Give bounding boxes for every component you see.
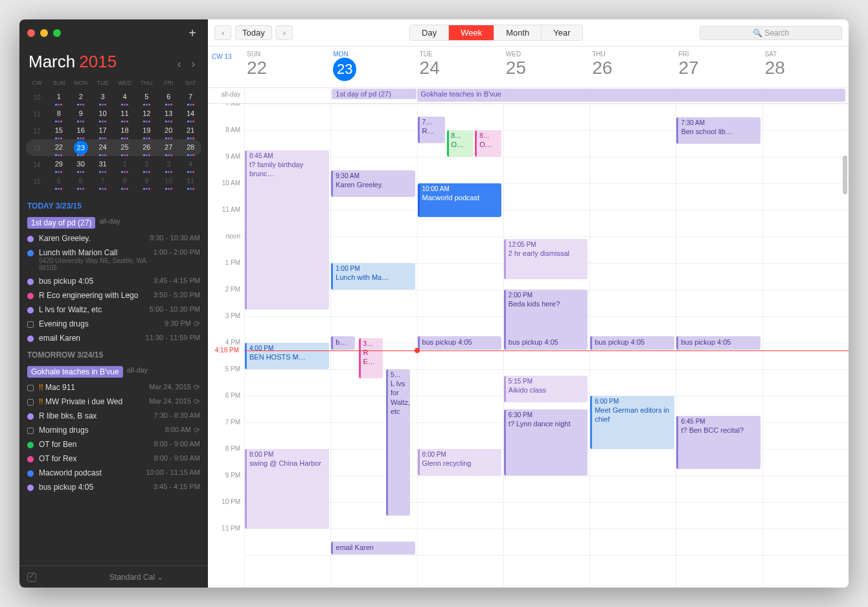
mini-cal-day[interactable]: 12 bbox=[135, 106, 157, 122]
calendar-set-picker[interactable]: Standard Cal ⌄ bbox=[109, 573, 163, 582]
mini-cal-day[interactable]: 27 bbox=[157, 139, 179, 156]
day-column[interactable]: 9:30 AMKaren Greeley.1:00 PMLunch with M… bbox=[330, 104, 417, 588]
mini-cal-day[interactable]: 28 bbox=[179, 139, 201, 156]
calendar-event[interactable]: 7…R… bbox=[418, 117, 445, 143]
agenda-list[interactable]: TODAY 3/23/151st day of pd (27)all-dayKa… bbox=[19, 196, 208, 566]
week-grid[interactable]: 7 AM8 AM9 AM10 AM11 AMnoon1 PM2 PM3 PM4 … bbox=[208, 104, 849, 588]
agenda-item[interactable]: bus pickup 4:053:45 - 4:15 PM bbox=[27, 480, 200, 494]
agenda-item[interactable]: 1st day of pd (27)all-day bbox=[27, 214, 200, 231]
checkbox-icon[interactable] bbox=[27, 321, 34, 328]
agenda-item[interactable]: Lunch with Marion Call5420 University Wa… bbox=[27, 246, 200, 274]
mini-cal-day[interactable]: 5 bbox=[48, 173, 70, 190]
calendar-event[interactable]: bus pickup 4:05 bbox=[590, 336, 674, 350]
today-button[interactable]: Today bbox=[235, 25, 272, 40]
day-column[interactable] bbox=[762, 104, 849, 588]
mini-calendar[interactable]: CWSUNMONTUEWEDTHUFRISAT10123456711891011… bbox=[19, 74, 208, 196]
calendar-event[interactable]: 5:15 PMAikido class bbox=[504, 376, 588, 402]
mini-cal-day[interactable]: 3 bbox=[92, 89, 114, 106]
mini-cal-day[interactable]: 2 bbox=[135, 156, 157, 173]
add-event-button[interactable]: + bbox=[185, 25, 200, 41]
calendar-event[interactable]: 6:30 PMt? Lynn dance night bbox=[504, 409, 588, 475]
allday-event[interactable]: 1st day of pd (27) bbox=[332, 89, 416, 99]
agenda-item[interactable]: !! MW Private i due WedMar 24, 2015⟳ bbox=[27, 395, 200, 409]
mini-cal-day[interactable]: 5 bbox=[135, 89, 157, 106]
calendar-event[interactable]: 10:00 AMMacworld podcast bbox=[418, 183, 502, 217]
calendar-event[interactable]: bus pickup 4:05 bbox=[504, 336, 588, 350]
mini-cal-day[interactable]: 15 bbox=[48, 122, 70, 139]
calendar-event[interactable]: 8…O… bbox=[475, 130, 501, 157]
agenda-item[interactable]: R libe bks, B sax7:30 - 8:30 AM bbox=[27, 409, 200, 423]
allday-event[interactable]: Gokhale teaches in B'vue bbox=[417, 89, 846, 102]
mini-cal-day[interactable]: 9 bbox=[135, 173, 157, 190]
mini-cal-day[interactable]: 11 bbox=[179, 173, 201, 190]
agenda-item[interactable]: Evening drugs9:30 PM⟳ bbox=[27, 317, 200, 331]
view-day-tab[interactable]: Day bbox=[410, 25, 449, 40]
day-header[interactable]: WED 25 bbox=[503, 51, 589, 81]
mini-cal-day[interactable]: 1 bbox=[114, 156, 136, 173]
agenda-item[interactable]: email Karen11:30 - 11:59 PM bbox=[27, 331, 200, 345]
checkbox-icon[interactable] bbox=[27, 428, 34, 434]
mini-cal-day[interactable]: 13 bbox=[157, 106, 179, 122]
mini-cal-day[interactable]: 1 bbox=[48, 89, 70, 106]
mini-cal-day[interactable]: 4 bbox=[179, 156, 201, 173]
agenda-item[interactable]: L lvs for Waltz, etc5:00 - 10:30 PM bbox=[27, 303, 200, 317]
calendar-event[interactable]: 2:00 PMBeda kids here? bbox=[504, 290, 588, 343]
next-week-button[interactable]: › bbox=[276, 25, 293, 40]
checkbox-icon[interactable] bbox=[27, 399, 34, 406]
mini-cal-day[interactable]: 25 bbox=[114, 139, 136, 156]
allday-cell[interactable] bbox=[244, 88, 330, 103]
calendar-event[interactable]: 7:30 AMBen school lib… bbox=[676, 117, 760, 144]
mini-cal-day[interactable]: 30 bbox=[70, 156, 92, 173]
mini-cal-day[interactable]: 16 bbox=[70, 122, 92, 139]
next-month-button[interactable]: › bbox=[188, 58, 199, 69]
agenda-item[interactable]: OT for Ben8:00 - 9:00 AM bbox=[27, 437, 200, 452]
calendar-event[interactable]: 8:00 PMGlenn recycling bbox=[418, 449, 502, 475]
mini-cal-day[interactable]: 24 bbox=[92, 139, 114, 156]
mini-cal-day[interactable]: 21 bbox=[179, 122, 201, 139]
day-column[interactable]: 7:30 AMBen school lib…bus pickup 4:056:4… bbox=[676, 104, 762, 588]
calendar-event[interactable]: bus pickup 4:05 bbox=[418, 336, 502, 350]
day-header[interactable]: SUN 22 bbox=[244, 51, 330, 81]
mini-cal-day[interactable]: 19 bbox=[135, 122, 157, 139]
mini-cal-day[interactable]: 22 bbox=[48, 139, 70, 156]
calendar-event[interactable]: 3…R E… bbox=[359, 338, 383, 378]
prev-week-button[interactable]: ‹ bbox=[214, 25, 231, 40]
tasks-toggle-icon[interactable] bbox=[27, 573, 36, 582]
calendar-event[interactable]: 6:45 PMt? Ben BCC recital? bbox=[676, 416, 760, 469]
day-column[interactable]: 7…R…8…O…8…O…10:00 AMMacworld podcastbus … bbox=[417, 104, 503, 588]
mini-cal-day[interactable]: 26 bbox=[135, 139, 157, 156]
mini-cal-day[interactable]: 6 bbox=[157, 89, 179, 106]
mini-cal-day[interactable]: 9 bbox=[70, 106, 92, 122]
view-month-tab[interactable]: Month bbox=[494, 25, 542, 40]
mini-cal-day[interactable]: 6 bbox=[70, 173, 92, 190]
mini-cal-day[interactable]: 20 bbox=[157, 122, 179, 139]
search-input[interactable]: 🔍 Search bbox=[700, 26, 842, 40]
day-header[interactable]: TUE 24 bbox=[417, 51, 503, 81]
mini-cal-day[interactable]: 10 bbox=[92, 106, 114, 122]
agenda-pill[interactable]: 1st day of pd (27) bbox=[27, 217, 95, 229]
prev-month-button[interactable]: ‹ bbox=[174, 58, 185, 69]
mini-cal-day[interactable]: 7 bbox=[92, 173, 114, 190]
agenda-item[interactable]: !! Mac 911Mar 24, 2015⟳ bbox=[27, 380, 200, 395]
day-header[interactable]: MON 23 bbox=[330, 51, 417, 81]
mini-cal-day[interactable]: 11 bbox=[114, 106, 136, 122]
calendar-event[interactable]: 9:30 AMKaren Greeley. bbox=[331, 170, 415, 197]
calendar-event[interactable]: email Karen bbox=[331, 542, 415, 555]
scrollbar[interactable] bbox=[843, 155, 847, 194]
zoom-icon[interactable] bbox=[53, 29, 61, 37]
calendar-event[interactable]: 8…O… bbox=[447, 130, 474, 157]
day-column[interactable]: 8:45 AMt? family birthday brunc…4:00 PMB… bbox=[244, 104, 330, 588]
agenda-item[interactable]: Macworld podcast10:00 - 11:15 AM bbox=[27, 466, 200, 480]
agenda-item[interactable]: Morning drugs8:00 AM⟳ bbox=[27, 423, 200, 437]
mini-cal-day[interactable]: 10 bbox=[157, 173, 179, 190]
mini-cal-day[interactable]: 4 bbox=[114, 89, 136, 106]
mini-cal-day[interactable]: 14 bbox=[179, 106, 201, 122]
mini-cal-day[interactable]: 23 bbox=[70, 139, 92, 156]
day-column[interactable]: 12:05 PM2 hr early dismissal2:00 PMBeda … bbox=[503, 104, 589, 588]
allday-cell[interactable]: 1st day of pd (27) bbox=[330, 88, 417, 103]
close-icon[interactable] bbox=[27, 29, 35, 37]
agenda-pill[interactable]: Gokhale teaches in B'vue bbox=[27, 366, 123, 378]
mini-cal-day[interactable]: 8 bbox=[48, 106, 70, 122]
calendar-event[interactable]: 1:00 PMLunch with Ma… bbox=[331, 263, 415, 290]
day-header[interactable]: FRI 27 bbox=[676, 51, 762, 81]
